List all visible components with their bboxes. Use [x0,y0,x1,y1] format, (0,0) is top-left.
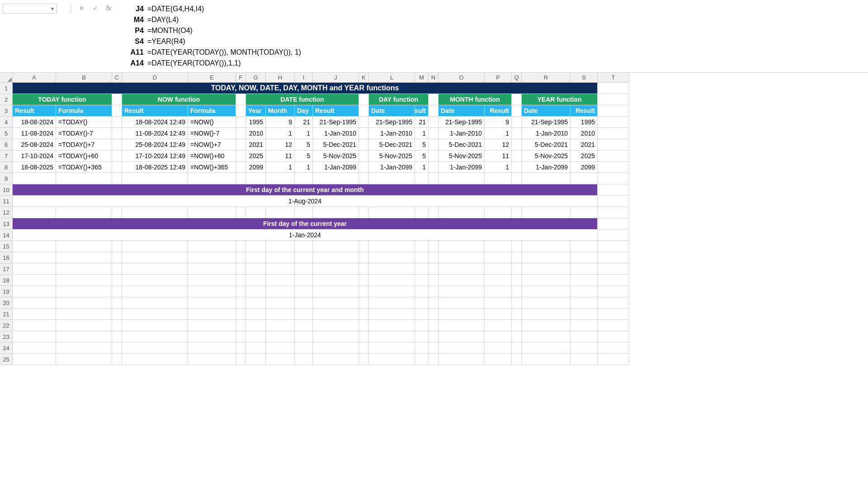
cell[interactable] [512,241,522,252]
now-formula[interactable]: =NOW()+365 [188,162,236,173]
cell[interactable] [246,309,266,320]
cell[interactable] [571,286,598,297]
cell[interactable] [439,343,485,354]
cell[interactable] [56,275,112,286]
cell[interactable] [415,297,429,309]
cell[interactable] [571,343,598,354]
cell[interactable] [13,354,56,365]
cell[interactable] [122,320,188,331]
cell[interactable] [56,173,112,184]
col-head-S[interactable]: S [571,73,598,83]
cell[interactable] [359,207,369,218]
date-month[interactable]: 9 [266,117,295,128]
cell[interactable] [369,173,415,184]
today-result[interactable]: 11-08-2024 [13,128,56,139]
cell[interactable] [112,354,122,365]
cell[interactable] [415,173,429,184]
cell[interactable] [295,297,313,309]
cell[interactable] [188,320,236,331]
cell[interactable] [369,263,415,275]
cell[interactable] [266,275,295,286]
cell[interactable] [571,263,598,275]
cell[interactable] [359,117,369,128]
cell[interactable] [56,343,112,354]
cell[interactable] [56,207,112,218]
col-head-J[interactable]: J [313,73,359,83]
cell[interactable] [429,331,439,343]
cell[interactable] [246,275,266,286]
col-head-B[interactable]: B [56,73,112,83]
cell[interactable] [188,297,236,309]
row-head-4[interactable]: 4 [0,117,13,128]
cell[interactable] [429,286,439,297]
cell[interactable] [359,286,369,297]
cell[interactable] [512,173,522,184]
cell[interactable] [295,320,313,331]
cell[interactable] [359,105,369,117]
cell[interactable] [56,354,112,365]
cell[interactable] [485,241,512,252]
cell[interactable] [522,263,571,275]
col-head-K[interactable]: K [359,73,369,83]
cell[interactable] [598,343,629,354]
cell[interactable] [439,252,485,263]
cell[interactable] [112,309,122,320]
cell[interactable] [429,309,439,320]
cell[interactable] [295,263,313,275]
cell[interactable] [246,286,266,297]
cell[interactable] [439,263,485,275]
cell[interactable] [429,150,439,162]
date-month[interactable]: 11 [266,150,295,162]
cell[interactable] [295,207,313,218]
cell[interactable] [415,241,429,252]
row-head-16[interactable]: 16 [0,252,13,263]
cell[interactable] [359,320,369,331]
name-box[interactable]: ▼ [3,4,57,14]
year-date[interactable]: 21-Sep-1995 [522,117,571,128]
month-result[interactable]: 9 [485,117,512,128]
cell[interactable] [598,162,629,173]
cell[interactable] [598,297,629,309]
cell[interactable] [598,117,629,128]
cell[interactable] [112,320,122,331]
today-formula[interactable]: =TODAY() [56,117,112,128]
row-head-21[interactable]: 21 [0,309,13,320]
date-day[interactable]: 1 [295,128,313,139]
cell[interactable] [359,173,369,184]
cell[interactable] [359,263,369,275]
date-year[interactable]: 2099 [246,162,266,173]
cell[interactable] [485,343,512,354]
cell[interactable] [512,297,522,309]
date-day[interactable]: 21 [295,117,313,128]
cell[interactable] [313,241,359,252]
month-result[interactable]: 1 [485,128,512,139]
cell[interactable] [122,309,188,320]
cell[interactable] [236,139,246,150]
cell[interactable] [439,275,485,286]
cell[interactable] [236,128,246,139]
today-formula[interactable]: =TODAY()+7 [56,139,112,150]
cell[interactable] [188,343,236,354]
date-result[interactable]: 1-Jan-2099 [313,162,359,173]
cell[interactable] [598,331,629,343]
month-result[interactable]: 1 [485,162,512,173]
cell[interactable] [429,275,439,286]
date-year[interactable]: 2021 [246,139,266,150]
cell[interactable] [56,241,112,252]
cell[interactable] [295,331,313,343]
cell[interactable] [112,263,122,275]
cell[interactable] [571,331,598,343]
cell[interactable] [512,354,522,365]
row-head-19[interactable]: 19 [0,286,13,297]
cell[interactable] [13,207,56,218]
cell[interactable] [429,162,439,173]
today-formula[interactable]: =TODAY()+60 [56,150,112,162]
now-formula[interactable]: =NOW() [188,117,236,128]
cell[interactable] [313,286,359,297]
cell[interactable] [122,173,188,184]
col-head-A[interactable]: A [13,73,56,83]
cell[interactable] [266,331,295,343]
cell[interactable] [112,331,122,343]
cell[interactable] [369,286,415,297]
cell[interactable] [571,173,598,184]
